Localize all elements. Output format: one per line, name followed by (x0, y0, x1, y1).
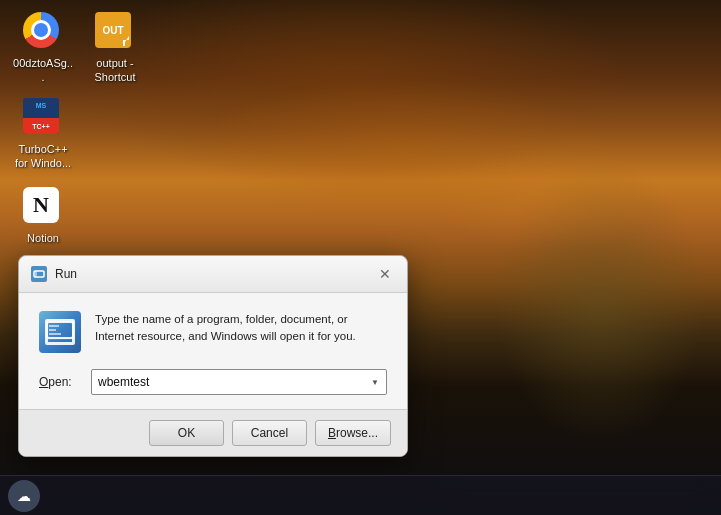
open-label: Open: (39, 375, 81, 389)
desktop-icon-chrome[interactable]: 00dztoASg... (8, 8, 78, 89)
dialog-title-text: Run (55, 267, 77, 281)
desktop-icon-chrome-label: 00dztoASg... (12, 56, 74, 85)
weather-icon-symbol: ☁ (17, 488, 31, 504)
taskbar: ☁ (0, 475, 721, 515)
dialog-open-row: Open: ▼ (39, 369, 387, 395)
dialog-header: Type the name of a program, folder, docu… (39, 311, 387, 353)
dropdown-arrow-icon[interactable]: ▼ (367, 374, 383, 390)
desktop-icon-notion[interactable]: N Notion (8, 183, 78, 249)
dialog-titlebar: Run ✕ (19, 256, 407, 293)
run-dialog: Run ✕ Type the name of a program, folder… (18, 255, 408, 457)
desktop-icon-output-label: output - Shortcut (84, 56, 146, 85)
dialog-close-button[interactable]: ✕ (375, 264, 395, 284)
taskbar-weather-icon[interactable]: ☁ (8, 480, 40, 512)
dialog-footer: OK Cancel Browse... (19, 409, 407, 456)
run-big-icon (39, 311, 81, 353)
browse-button-label: rowse... (336, 426, 378, 440)
svg-rect-2 (47, 322, 73, 338)
browse-button[interactable]: Browse... (315, 420, 391, 446)
open-label-underline: O (39, 375, 48, 389)
open-input[interactable] (91, 369, 387, 395)
desktop-icon-notion-label: Notion (27, 231, 59, 245)
ok-button[interactable]: OK (149, 420, 224, 446)
dialog-description: Type the name of a program, folder, docu… (95, 311, 387, 346)
run-title-icon (31, 266, 47, 282)
desktop: 00dztoASg... OUT output - Shortcut TC++ … (0, 0, 721, 515)
dialog-title-area: Run (31, 266, 77, 282)
desktop-icon-output-shortcut[interactable]: OUT output - Shortcut (80, 8, 150, 89)
svg-rect-3 (46, 321, 74, 339)
desktop-icon-turboc-label: TurboC++ for Windo... (12, 142, 74, 171)
open-input-wrapper: ▼ (91, 369, 387, 395)
dialog-body: Type the name of a program, folder, docu… (19, 293, 407, 409)
cancel-button[interactable]: Cancel (232, 420, 307, 446)
desktop-icon-turboc[interactable]: TC++ MS TurboC++ for Windo... (8, 94, 78, 175)
